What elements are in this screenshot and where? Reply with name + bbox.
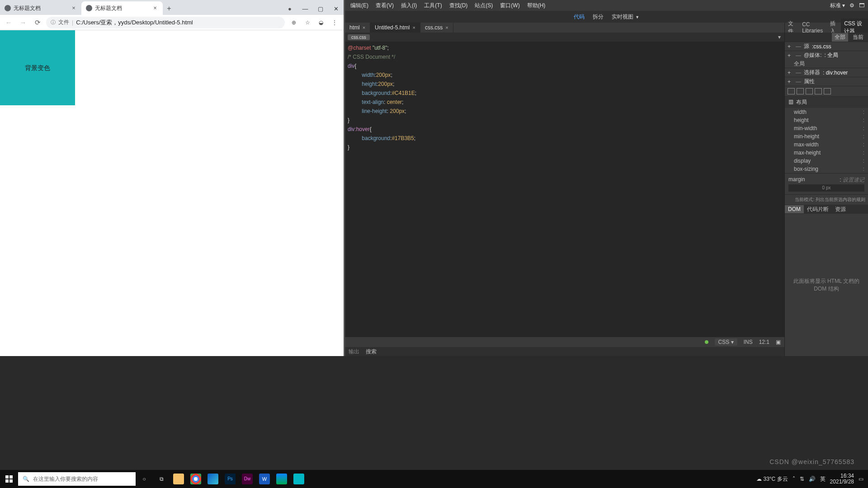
close-icon[interactable]: × — [363, 25, 365, 30]
taskbar-search[interactable]: 🔍 在这里输入你要搜索的内容 — [18, 472, 136, 486]
media-global[interactable]: 全局 — [785, 60, 868, 68]
more-category-icon[interactable] — [824, 88, 831, 94]
background-category-icon[interactable] — [815, 88, 822, 94]
close-icon[interactable]: × — [412, 25, 415, 30]
bottom-tab-assets[interactable]: 资源 — [832, 205, 849, 214]
prop-row-width[interactable]: width: — [785, 108, 868, 116]
url-separator: | — [72, 19, 73, 26]
bookmark-icon[interactable]: ☆ — [301, 16, 314, 29]
maximize-button[interactable]: ▢ — [313, 3, 328, 15]
search-placeholder: 在这里输入你要搜索的内容 — [33, 475, 98, 483]
margin-row[interactable]: margin : 设置速记 0 px — [785, 173, 868, 194]
app-chrome[interactable] — [187, 470, 204, 488]
chrome-tab-0[interactable]: 无标题文档 × — [0, 1, 81, 15]
properties-section[interactable]: +— 属性 — [785, 77, 868, 86]
text-category-icon[interactable] — [797, 88, 804, 94]
mode-code[interactable]: 代码 — [574, 13, 585, 21]
margin-input[interactable]: 0 px — [788, 184, 864, 192]
task-view-icon[interactable]: ⧉ — [153, 470, 170, 488]
kebab-menu-icon[interactable]: ⋮ — [328, 16, 341, 29]
source-section[interactable]: +— 源 :css.css — [785, 42, 868, 51]
url-text: C:/Users/亚索，yyds/Desktop/Untitled-5.html — [76, 19, 193, 27]
prop-row-box-sizing[interactable]: box-sizing: — [785, 165, 868, 173]
prop-row-min-height[interactable]: min-height: — [785, 132, 868, 141]
chrome-window-controls: ● — ▢ ✕ — [282, 3, 344, 15]
overview-icon[interactable]: ▣ — [776, 339, 781, 345]
prop-row-max-height[interactable]: max-height: — [785, 149, 868, 157]
media-section[interactable]: +— @媒体: : 全局 — [785, 51, 868, 60]
filter-icon[interactable]: ▾ — [778, 34, 781, 40]
app-edge[interactable] — [204, 470, 222, 488]
settings-icon[interactable]: ⚙ — [849, 2, 854, 9]
layout-category-icon[interactable] — [788, 88, 795, 94]
close-icon[interactable]: × — [445, 25, 448, 30]
app-media[interactable] — [273, 470, 290, 488]
plus-icon[interactable]: + — [788, 43, 793, 50]
menu-view[interactable]: 查看(V) — [374, 1, 396, 10]
app-dreamweaver[interactable]: Dw — [239, 470, 256, 488]
tray-network-icon[interactable]: ⇅ — [800, 476, 804, 482]
mode-note: 当前模式: 列出当前所选内容的规则 — [785, 194, 868, 205]
plus-icon[interactable]: + — [788, 52, 793, 59]
file-tab-0[interactable]: html× — [345, 23, 370, 33]
status-language[interactable]: CSS ▾ — [715, 338, 737, 346]
address-bar[interactable]: ⓘ 文件 | C:/Users/亚索，yyds/Desktop/Untitled… — [46, 17, 285, 28]
menu-insert[interactable]: 插入(I) — [399, 1, 419, 10]
file-tab-2[interactable]: css.css× — [420, 23, 453, 33]
status-ins[interactable]: INS — [744, 339, 753, 345]
chrome-tab-title: 无标题文档 — [95, 5, 149, 12]
menu-find[interactable]: 查找(D) — [448, 1, 470, 10]
prop-row-min-width[interactable]: min-width: — [785, 124, 868, 132]
scope-toggle: 全部 当前 — [785, 33, 868, 42]
back-button[interactable]: ← — [3, 17, 14, 28]
scope-current[interactable]: 当前 — [850, 33, 866, 42]
tray-chevron-icon[interactable]: ˄ — [793, 476, 795, 482]
taskbar-clock[interactable]: 16:34 2021/9/28 — [830, 473, 854, 485]
close-icon[interactable]: × — [152, 5, 158, 11]
layout-dropdown[interactable]: 标准 ▾ — [830, 2, 845, 9]
prop-row-display[interactable]: display: — [785, 157, 868, 165]
border-category-icon[interactable] — [806, 88, 813, 94]
bottom-tab-snippets[interactable]: 代码片断 — [804, 205, 832, 214]
mode-live[interactable]: 实时视图 ▼ — [612, 13, 639, 21]
search-label[interactable]: 搜索 — [366, 348, 377, 356]
app-word[interactable]: W — [256, 470, 273, 488]
menu-site[interactable]: 站点(S) — [473, 1, 495, 10]
page-viewport: 背景变色 — [0, 30, 344, 356]
new-tab-button[interactable]: + — [163, 2, 175, 15]
tray-volume-icon[interactable]: 🔊 — [809, 476, 816, 482]
plus-icon[interactable]: + — [788, 70, 793, 76]
menu-help[interactable]: 帮助(H) — [525, 1, 547, 10]
forward-button[interactable]: → — [17, 17, 29, 28]
bottom-tab-dom[interactable]: DOM — [785, 205, 804, 213]
weather-widget[interactable]: ☁ 33°C 多云 — [756, 475, 788, 483]
mode-split[interactable]: 拆分 — [593, 13, 604, 21]
tray-ime-icon[interactable]: 英 — [820, 475, 826, 483]
app-photos[interactable] — [290, 470, 307, 488]
prop-row-height[interactable]: height: — [785, 116, 868, 124]
code-editor[interactable]: @charset "utf-8"; /* CSS Document */ div… — [345, 42, 784, 337]
menu-window[interactable]: 窗口(W) — [498, 1, 521, 10]
app-photoshop[interactable]: Ps — [222, 470, 239, 488]
prop-row-max-width[interactable]: max-width: — [785, 141, 868, 149]
file-tab-1[interactable]: Untitled-5.html× — [370, 23, 420, 33]
close-button[interactable]: ✕ — [328, 3, 344, 15]
zoom-icon[interactable]: ⊕ — [288, 16, 300, 29]
plus-icon[interactable]: + — [788, 79, 793, 85]
scope-all[interactable]: 全部 — [832, 33, 848, 42]
sync-icon[interactable]: 🗖 — [859, 2, 864, 9]
chrome-tab-1[interactable]: 无标题文档 × — [81, 1, 163, 15]
notifications-icon[interactable]: ▭ — [859, 476, 863, 482]
close-icon[interactable]: × — [71, 5, 77, 11]
output-label[interactable]: 输出 — [349, 348, 359, 356]
app-explorer[interactable] — [170, 470, 187, 488]
selector-section[interactable]: +— 选择器 : div:hover — [785, 68, 868, 77]
menu-tools[interactable]: 工具(T) — [422, 1, 443, 10]
start-button[interactable] — [0, 470, 18, 488]
profile-icon[interactable]: ◒ — [315, 16, 327, 29]
menu-edit[interactable]: 编辑(E) — [349, 1, 370, 10]
reload-button[interactable]: ⟳ — [32, 17, 43, 28]
minimize-button[interactable]: — — [297, 3, 313, 15]
related-file[interactable]: css.css — [348, 34, 370, 40]
cortana-icon[interactable]: ○ — [136, 470, 153, 488]
